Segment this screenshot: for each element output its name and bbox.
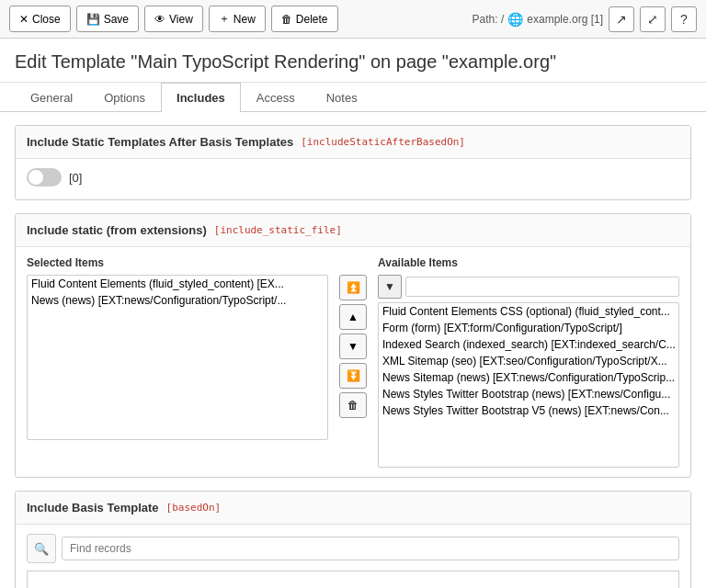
close-button[interactable]: ✕ Close [9,6,71,32]
include-static-file-header: Include static (from extensions) [includ… [16,214,690,247]
toggle-row: [0] [27,168,679,187]
available-items-list[interactable]: Fluid Content Elements CSS (optional) (f… [378,302,679,468]
include-basis-header: Include Basis Template [basedOn] [16,492,690,525]
move-down-button[interactable]: ▼ [339,334,367,359]
move-buttons-col: ⏫ ▲ ▼ ⏬ 🗑 [339,256,367,468]
list-item[interactable]: Fluid Content Elements (fluid_styled_con… [28,276,327,292]
plus-icon: ＋ [219,11,230,27]
find-records-input[interactable] [62,537,679,560]
list-item[interactable]: Form (form) [EXT:form/Configuration/Typo… [379,320,678,336]
globe-icon: 🌐 [507,12,523,27]
remove-button[interactable]: 🗑 [339,392,367,418]
toggle-value: [0] [69,171,82,185]
move-bottom-button[interactable]: ⏬ [339,363,367,389]
available-label: Available Items [378,256,679,269]
include-static-section: Include Static Templates After Basis Tem… [15,125,691,200]
include-static-header: Include Static Templates After Basis Tem… [16,126,690,159]
include-basis-section: Include Basis Template [basedOn] 🔍 ▲ 📁 [15,491,691,588]
save-icon: 💾 [86,13,100,26]
save-button[interactable]: 💾 Save [76,6,139,32]
page-title: Edit Template "Main TypoScript Rendering… [0,39,706,83]
list-item[interactable]: XML Sitemap (seo) [EXT:seo/Configuration… [379,353,678,369]
view-icon: 👁 [154,13,165,26]
tab-includes[interactable]: Includes [161,83,241,112]
path-info: Path: / 🌐 example.org [1] [473,12,603,27]
search-icon-button[interactable]: 🔍 [27,534,56,563]
list-item[interactable]: News Styles Twitter Bootstrap V5 (news) … [379,402,678,419]
list-item[interactable]: News Sitemap (news) [EXT:news/Configurat… [379,369,678,386]
include-static-body: [0] [16,159,690,199]
top-bar: ✕ Close 💾 Save 👁 View ＋ New 🗑 Delete Pat… [0,0,706,39]
tab-access[interactable]: Access [241,83,311,112]
list-item[interactable]: Indexed Search (indexed_search) [EXT:ind… [379,336,678,353]
delete-button[interactable]: 🗑 Delete [271,6,338,32]
include-static-file-section: Include static (from extensions) [includ… [15,213,691,478]
open-new-window-button[interactable]: ↗ [609,6,634,32]
move-top-button[interactable]: ⏫ [339,275,367,300]
filter-row: ▼ [378,275,679,299]
selected-items-list[interactable]: Fluid Content Elements (fluid_styled_con… [27,275,328,440]
list-item[interactable]: Fluid Content Elements CSS (optional) (f… [379,303,678,320]
close-icon: ✕ [19,13,28,26]
share-button[interactable]: ⤢ [640,6,666,32]
find-records-row: 🔍 [27,534,679,563]
list-item[interactable]: News Styles Twitter Bootstrap (news) [EX… [379,386,678,402]
trash-icon: 🗑 [281,13,292,26]
move-up-button[interactable]: ▲ [339,304,367,330]
two-col-layout: Selected Items Fluid Content Elements (f… [27,256,679,468]
content-area: Include Static Templates After Basis Tem… [0,112,706,588]
tab-options[interactable]: Options [88,83,161,112]
new-button[interactable]: ＋ New [209,6,266,32]
view-button[interactable]: 👁 View [144,6,203,32]
list-item[interactable]: News (news) [EXT:news/Configuration/Typo… [28,292,327,309]
include-static-toggle[interactable] [27,168,62,187]
include-static-file-body: Selected Items Fluid Content Elements (f… [16,247,690,477]
basis-template-list[interactable] [27,571,679,588]
help-button[interactable]: ? [671,6,697,32]
include-basis-body: 🔍 ▲ 📁 [16,525,690,588]
available-items-col: Available Items ▼ Fluid Content Elements… [378,256,679,468]
filter-input[interactable] [405,277,679,297]
toolbar-left: ✕ Close 💾 Save 👁 View ＋ New 🗑 Delete [9,6,338,32]
tab-general[interactable]: General [15,83,88,112]
selected-label: Selected Items [27,256,328,269]
tabs-container: General Options Includes Access Notes [0,83,706,112]
tab-notes[interactable]: Notes [311,83,373,112]
selected-items-col: Selected Items Fluid Content Elements (f… [27,256,328,468]
toolbar-right: Path: / 🌐 example.org [1] ↗ ⤢ ? [473,6,697,32]
filter-icon-button[interactable]: ▼ [378,275,402,299]
